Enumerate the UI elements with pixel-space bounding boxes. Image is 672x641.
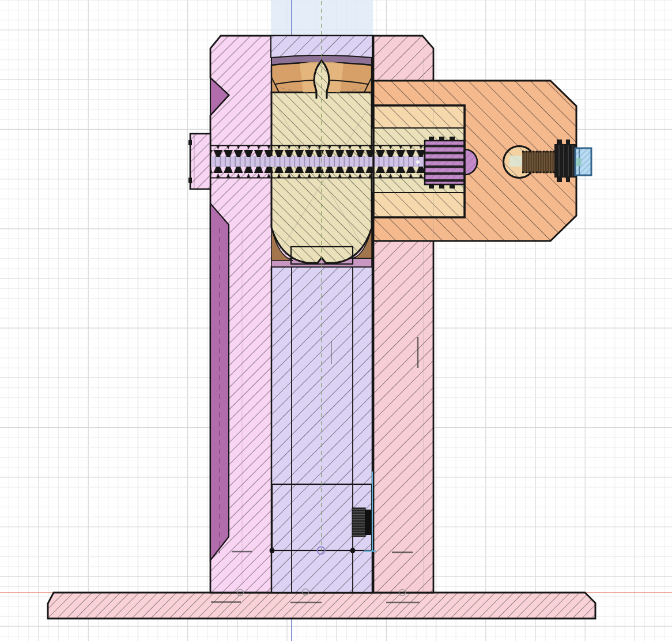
head-notch-bottom xyxy=(188,178,192,183)
pocket-corner-point-left[interactable] xyxy=(270,548,275,553)
pocket-corner-point-right[interactable] xyxy=(350,548,356,553)
pocket-set-screw[interactable] xyxy=(352,508,372,537)
screw-head-section[interactable] xyxy=(188,134,210,189)
base-plate-section[interactable] xyxy=(48,593,595,619)
washer-chip xyxy=(576,158,582,166)
clamp-stud[interactable] xyxy=(522,151,556,173)
stud-washer[interactable] xyxy=(575,148,591,175)
head-notch-top xyxy=(188,140,192,145)
stud-lock-nut[interactable] xyxy=(554,139,576,182)
screw-sketch-point[interactable] xyxy=(416,160,420,164)
cad-canvas[interactable] xyxy=(0,0,672,641)
